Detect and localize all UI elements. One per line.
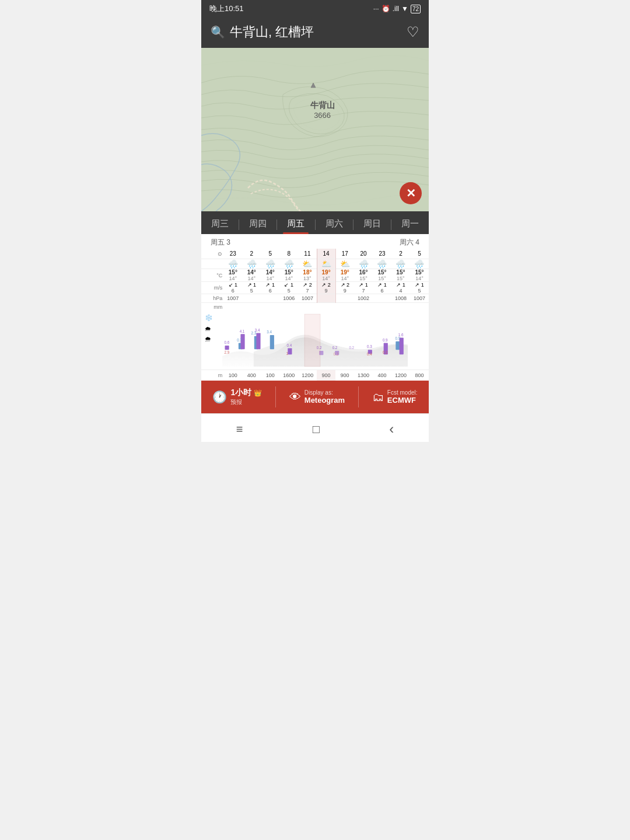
location-title: 牛背山, 红槽坪: [230, 23, 314, 41]
svg-rect-6: [225, 346, 229, 350]
weather-section: 周五 3 周六 4 ⊙ 23 2 5 8 11 14 17: [201, 234, 429, 381]
tab-wednesday[interactable]: 周三: [201, 215, 239, 234]
svg-text:0.4: 0.4: [286, 343, 292, 347]
svg-rect-5: [396, 341, 400, 350]
nav-bar: ≡ □ ‹: [201, 413, 429, 442]
svg-text:0.2: 0.2: [333, 352, 338, 356]
hours-row: ⊙ 23 2 5 8 11 14 17 20 23 2 5: [201, 249, 429, 259]
status-icons: ··· ⏰ .ill ▼ 72: [373, 5, 421, 13]
tab-monday[interactable]: 周一: [391, 215, 429, 234]
layers-icon: 🗂: [372, 391, 384, 404]
svg-text:1.6: 1.6: [398, 333, 404, 337]
clock-icon: 🕐: [212, 390, 227, 404]
svg-text:0.9: 0.9: [395, 336, 400, 340]
toolbar-divider-2: [358, 386, 359, 407]
tab-friday[interactable]: 周五: [277, 215, 314, 234]
temperature-row: °C 15°14° 14°14° 14°14° 15°14° 18°13° 19…: [201, 269, 429, 282]
precip-icons: ❄️ 🌧 🌨: [205, 314, 213, 343]
rain-icon: 🌧: [205, 325, 213, 332]
map-area: 牛背山 3666 ✕: [201, 48, 429, 211]
svg-text:0.6: 0.6: [225, 340, 230, 344]
meteogram-table: ⊙ 23 2 5 8 11 14 17 20 23 2 5 🌧️ 🌧️ 🌧️ 🌧…: [201, 249, 429, 311]
peak-elevation: 3666: [310, 111, 335, 120]
mm-label-row: mm: [201, 303, 429, 312]
wind-row: m/s ↙ 16 ↗ 15 ↗ 16 ↙ 15 ↗ 27 ↗ 29 ↗ 29 ↗…: [201, 282, 429, 294]
time-sublabel: 预报: [230, 398, 262, 406]
tab-thursday[interactable]: 周四: [239, 215, 276, 234]
svg-rect-4: [270, 335, 274, 349]
svg-text:0.3: 0.3: [367, 344, 372, 348]
tab-sunday[interactable]: 周日: [354, 215, 391, 234]
date-label-left: 周五 3: [211, 238, 230, 248]
precip-svg: 0.7 2.3 3.4 0.9 0.6 4.1 3.4 0.4 0.2 0.2 …: [222, 311, 408, 370]
svg-text:0.9: 0.9: [383, 338, 388, 342]
eye-icon: 👁: [289, 391, 301, 404]
freezing-rain-icon: 🌨: [205, 336, 213, 343]
cloud-base-row: m 100 400 100 1600 1200 900 900 1300 400…: [201, 370, 429, 381]
home-button[interactable]: □: [313, 423, 320, 436]
toolbar-divider: [275, 386, 276, 407]
svg-text:1: 1: [286, 351, 289, 355]
search-bar: 🔍 牛背山, 红槽坪 ♡: [201, 18, 429, 48]
svg-rect-9: [288, 348, 292, 354]
weather-icons-row: 🌧️ 🌧️ 🌧️ 🌧️ ⛅ 🌥️ ⛅ 🌧️ 🌧️ 🌧️ 🌧️: [201, 259, 429, 269]
display-value: Meteogram: [304, 396, 345, 405]
model-selector[interactable]: 🗂 Fcst model: ECMWF: [372, 389, 418, 405]
svg-rect-8: [256, 333, 260, 349]
svg-text:0.2: 0.2: [349, 346, 354, 350]
menu-button[interactable]: ≡: [236, 423, 243, 436]
model-label: Fcst model:: [387, 389, 418, 396]
date-label-right: 周六 4: [400, 238, 419, 248]
svg-text:3.4: 3.4: [267, 330, 272, 334]
model-value: ECMWF: [387, 396, 418, 405]
pressure-row: hPa 1007 1006 1007 1002 1008 1007: [201, 294, 429, 303]
close-button[interactable]: ✕: [400, 182, 422, 204]
peak-name: 牛背山: [310, 100, 335, 111]
time-label: 1小时 👑: [230, 388, 262, 398]
date-labels: 周五 3 周六 4: [201, 234, 429, 249]
svg-text:2.9: 2.9: [225, 350, 230, 354]
tab-saturday[interactable]: 周六: [316, 215, 353, 234]
peak-label: 牛背山 3666: [310, 100, 335, 120]
close-icon: ✕: [406, 186, 416, 200]
svg-text:4.1: 4.1: [240, 329, 245, 333]
search-icon[interactable]: 🔍: [211, 25, 225, 39]
svg-text:0.2: 0.2: [332, 346, 338, 350]
svg-text:0.2: 0.2: [383, 350, 388, 354]
back-button[interactable]: ‹: [389, 421, 394, 437]
display-selector[interactable]: 👁 Display as: Meteogram: [289, 389, 345, 405]
topo-map: [201, 48, 429, 211]
display-label: Display as:: [304, 389, 345, 396]
precipitation-chart: 0.7 2.3 3.4 0.9 0.6 4.1 3.4 0.4 0.2 0.2 …: [201, 311, 429, 370]
bottom-toolbar: 🕐 1小时 👑 预报 👁 Display as: Meteogram 🗂 Fcs…: [201, 381, 429, 413]
status-time: 晚上10:51: [209, 4, 244, 14]
day-tabs: 周三 周四 周五 周六 周日 周一: [201, 211, 429, 234]
search-left: 🔍 牛背山, 红槽坪: [211, 23, 407, 41]
svg-text:0.7: 0.7: [237, 338, 242, 342]
svg-text:0.4: 0.4: [367, 352, 372, 356]
meteogram-scroll[interactable]: ⊙ 23 2 5 8 11 14 17 20 23 2 5 🌧️ 🌧️ 🌧️ 🌧…: [201, 249, 429, 311]
svg-rect-34: [304, 314, 320, 367]
svg-text:3.4: 3.4: [255, 328, 260, 332]
favorite-button[interactable]: ♡: [407, 24, 419, 40]
snow-icon: ❄️: [205, 314, 213, 322]
status-bar: 晚上10:51 ··· ⏰ .ill ▼ 72: [201, 0, 429, 18]
time-selector[interactable]: 🕐 1小时 👑 预报: [212, 388, 262, 406]
